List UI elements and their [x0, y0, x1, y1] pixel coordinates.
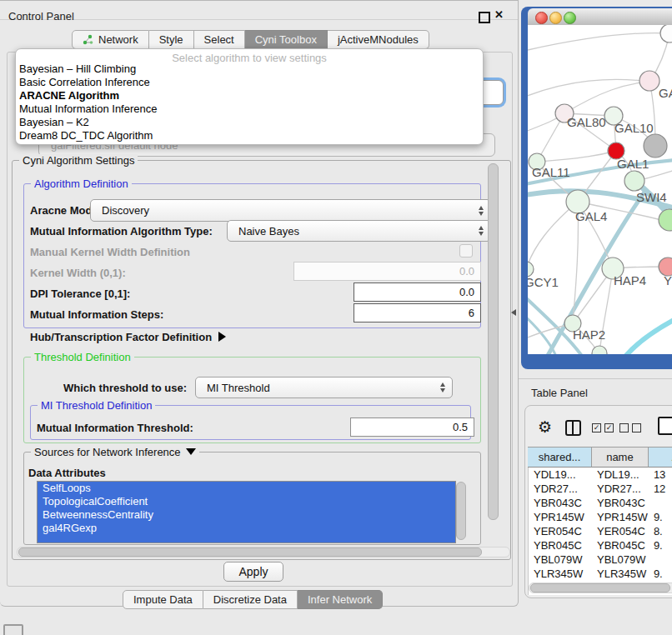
attribute-item-betweennesscentrality[interactable]: BetweennessCentrality	[38, 508, 455, 522]
close-traffic-light-icon[interactable]	[535, 12, 548, 24]
network-graph[interactable]: GALGAL80GAL10GAL1GAL11SWI4GAL4GCY1HAP4YH…	[528, 25, 672, 354]
network-edge[interactable]	[528, 79, 649, 98]
hub-definition-label: Hub/Transcription Factor Definition	[30, 331, 212, 343]
deselect-all-checkboxes-icon[interactable]	[619, 423, 641, 432]
network-node-swi4[interactable]	[624, 171, 644, 191]
algorithm-option-mutual-information-inference[interactable]: Mutual Information Inference	[18, 102, 478, 116]
float-window-icon[interactable]	[479, 12, 490, 23]
bottom-left-partial-icon[interactable]	[3, 624, 23, 635]
data-attributes-list[interactable]: SelfLoopsTopologicalCoefficientBetweenne…	[37, 481, 456, 543]
attribute-item-gal4rgexp[interactable]: gal4RGexp	[38, 522, 455, 535]
table-row[interactable]: YLR345WYLR345W9.	[529, 567, 672, 581]
table-row[interactable]: YBL079WYBL079W	[529, 552, 672, 567]
algorithm-option-dream8-dc-tdc-algorithm[interactable]: Dream8 DC_TDC Algorithm	[18, 129, 478, 142]
tab-select[interactable]: Select	[194, 30, 245, 49]
network-edge[interactable]	[528, 312, 557, 354]
sources-group-title[interactable]: Sources for Network Inference	[31, 446, 199, 458]
mi-algorithm-type-label: Mutual Information Algorithm Type:	[30, 225, 213, 238]
new-table-icon[interactable]	[658, 417, 672, 435]
tab-label: Select	[204, 33, 234, 46]
control-panel-titlebar	[0, 0, 518, 20]
which-threshold-combobox[interactable]: MI Threshold	[195, 377, 453, 398]
hub-definition-toggle[interactable]: Hub/Transcription Factor Definition	[30, 331, 226, 343]
table-row[interactable]: YPR145WYPR145W9.	[529, 510, 672, 524]
apply-button[interactable]: Apply	[223, 562, 283, 582]
table-cell: YDL19...	[592, 468, 649, 482]
node-label-gal10: GAL10	[614, 121, 654, 135]
tab-jactivemnodules[interactable]: jActiveMNodules	[328, 30, 429, 49]
table-cell: YDR27...	[529, 482, 592, 496]
zoom-traffic-light-icon[interactable]	[564, 12, 576, 24]
algorithm-option-bayesian-k2[interactable]: Bayesian – K2	[18, 116, 478, 129]
close-icon[interactable]: ✕	[494, 8, 504, 21]
control-panel-title: Control Panel	[8, 10, 74, 22]
table-cell: 9.	[649, 567, 672, 581]
manual-kernel-width-label: Manual Kernel Width Definition	[30, 246, 190, 258]
column-header-shared[interactable]: shared...	[528, 447, 592, 468]
mi-steps-field[interactable]: 6	[354, 303, 481, 322]
table-row[interactable]: YBR045CYBR045C9.	[529, 538, 672, 552]
table-cell: YDL19...	[529, 468, 592, 482]
attribute-item-topologicalcoefficient[interactable]: TopologicalCoefficient	[38, 495, 455, 508]
minimize-traffic-light-icon[interactable]	[549, 12, 562, 24]
table-row[interactable]: YER054CYER054C8.	[529, 524, 672, 538]
table-cell: YBL079W	[592, 552, 649, 567]
table-panel-title: Table Panel	[531, 387, 588, 399]
gear-icon[interactable]: ⚙	[538, 418, 552, 437]
mi-threshold-value: 0.5	[453, 421, 468, 433]
kernel-width-value: 0.0	[459, 265, 474, 278]
network-edge[interactable]	[537, 151, 616, 162]
mi-threshold-field[interactable]: 0.5	[350, 418, 474, 437]
algorithm-option-bayesian-hill-climbing[interactable]: Bayesian – Hill Climbing	[18, 62, 478, 76]
table-row[interactable]: YDL19...YDL19...13	[529, 468, 672, 482]
manual-kernel-width-checkbox[interactable]	[459, 244, 473, 258]
table-cell	[649, 496, 672, 510]
node-label-gal11: GAL11	[532, 165, 570, 179]
table-cell: YBR043C	[592, 496, 649, 510]
settings-vertical-scrollbar[interactable]	[488, 163, 499, 520]
settings-horizontal-scrollbar[interactable]	[18, 548, 482, 557]
tab-cyni-toolbox[interactable]: Cyni Toolbox	[245, 30, 328, 49]
table-row[interactable]: YBR043CYBR043C	[529, 496, 672, 510]
tab-impute-data[interactable]: Impute Data	[123, 590, 203, 609]
attribute-item-selfloops[interactable]: SelfLoops	[38, 482, 455, 495]
kernel-width-field[interactable]: 0.0	[293, 262, 481, 281]
panel-resize-handle[interactable]	[511, 309, 516, 316]
algorithm-option-basic-correlation-inference[interactable]: Basic Correlation Inference	[18, 76, 478, 89]
network-edge[interactable]	[528, 202, 578, 269]
tab-label: Style	[159, 33, 183, 46]
table-cell: 9.	[649, 538, 672, 552]
aracne-mode-combobox[interactable]: Discovery	[90, 199, 491, 222]
node-label-hap2: HAP2	[573, 328, 605, 342]
cyni-algorithm-settings-title: Cyni Algorithm Settings	[19, 154, 138, 167]
network-node-gal[interactable]	[639, 71, 659, 91]
dpi-tolerance-field[interactable]: 0.0	[354, 282, 481, 302]
network-node[interactable]	[644, 134, 667, 158]
network-edge[interactable]	[528, 33, 669, 50]
column-header-a[interactable]: A	[649, 447, 672, 468]
combo-stepper-icon	[479, 206, 484, 216]
node-label-hap4: HAP4	[614, 273, 646, 288]
attributes-scrollbar[interactable]	[456, 482, 466, 540]
network-node[interactable]	[660, 25, 672, 42]
cyni-bottom-tabs: Impute DataDiscretize DataInfer Network	[123, 590, 383, 609]
network-node[interactable]	[659, 209, 672, 231]
expanded-arrow-icon	[186, 448, 196, 455]
tab-label: jActiveMNodules	[338, 33, 419, 46]
tab-network[interactable]: Network	[72, 30, 149, 49]
aracne-mode-value: Discovery	[102, 204, 149, 217]
table-horizontal-scrollbar[interactable]	[530, 583, 670, 592]
columns-icon[interactable]	[565, 420, 581, 436]
select-all-checkboxes-icon[interactable]: ✓✓	[592, 423, 614, 432]
table-cell: YER054C	[529, 524, 592, 538]
sources-title-text: Sources for Network Inference	[34, 446, 181, 458]
network-edge[interactable]	[564, 82, 649, 113]
mi-algorithm-type-combobox[interactable]: Naive Bayes	[227, 220, 491, 242]
tab-style[interactable]: Style	[149, 30, 194, 49]
tab-discretize-data[interactable]: Discretize Data	[203, 590, 298, 609]
column-header-name[interactable]: name	[592, 447, 649, 468]
network-edge[interactable]	[624, 319, 672, 354]
tab-infer-network[interactable]: Infer Network	[298, 590, 383, 609]
table-row[interactable]: YDR27...YDR27...12	[529, 482, 672, 496]
algorithm-option-aracne-algorithm[interactable]: ARACNE Algorithm	[18, 89, 478, 102]
